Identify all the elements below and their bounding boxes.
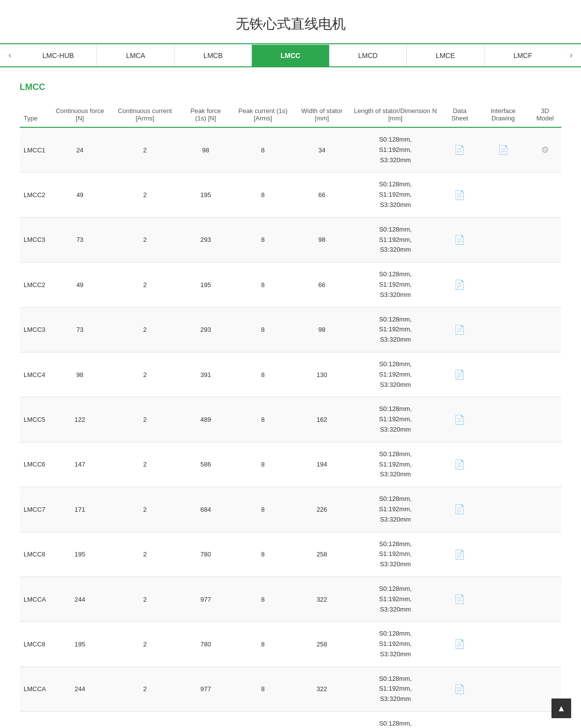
col-header-peak_current: Peak current (1s) [Arms] — [231, 102, 295, 127]
cell-peak-current: 8 — [231, 577, 295, 621]
cell-3d-model — [529, 442, 561, 487]
cell-length-stator: S0:128mm,S1:192mm,S3:320mm — [349, 487, 442, 532]
page-title: 无铁心式直线电机 — [0, 0, 581, 43]
cell-peak-force: 293 — [180, 307, 231, 352]
cell-data-sheet[interactable]: 📄 — [442, 397, 478, 442]
col-header-type: Type — [20, 102, 50, 127]
pdf-icon[interactable]: 📄 — [454, 145, 465, 155]
cell-3d-model — [529, 487, 561, 532]
pdf-icon[interactable]: 📄 — [454, 460, 465, 469]
cell-length-stator: S0:128mm,S1:192mm,S3:320mm — [349, 667, 442, 711]
col-header-cont_force: Continuous force [N] — [50, 102, 109, 127]
cell-peak-force: 391 — [180, 352, 231, 397]
cell-peak-current: 8 — [231, 622, 295, 667]
cell-interface-drawing[interactable]: 📄 — [478, 127, 529, 173]
table-row: LMCC3732293898S0:128mm,S1:192mm,S3:320mm… — [20, 307, 561, 352]
pdf-icon[interactable]: 📄 — [454, 639, 465, 649]
nav-tab-lmce[interactable]: LMCE — [407, 45, 484, 66]
cell-3d-model — [529, 577, 561, 621]
cell-data-sheet[interactable]: 📄 — [442, 127, 478, 173]
cell-3d-model[interactable]: ⚙ — [529, 127, 561, 173]
table-row: LMCC2492195866S0:128mm,S1:192mm,S3:320mm… — [20, 262, 561, 307]
cell-data-sheet[interactable]: 📄 — [442, 352, 478, 397]
pdf-icon[interactable]: 📄 — [454, 370, 465, 379]
cell-width-stator: 226 — [295, 487, 349, 532]
nav-tabs: LMC-HUBLMCALMCBLMCCLMCDLMCELMCF — [20, 45, 561, 66]
cell-data-sheet[interactable]: 📄 — [442, 487, 478, 532]
cell-interface-drawing — [478, 487, 529, 532]
col-header-interface: Interface Drawing — [478, 102, 529, 127]
cell-cont-force: 73 — [50, 217, 109, 262]
pdf-icon[interactable]: 📄 — [454, 594, 465, 604]
cell-length-stator: S0:128mm,S1:192mm,S3:320mm — [349, 173, 442, 217]
cell-cont-current: 2 — [110, 217, 181, 262]
cell-data-sheet[interactable]: 📄 — [442, 712, 478, 728]
back-to-top-button[interactable]: ▲ — [551, 699, 571, 718]
cell-data-sheet[interactable]: 📄 — [442, 532, 478, 577]
table-row: LMCC49823918130S0:128mm,S1:192mm,S3:320m… — [20, 352, 561, 397]
cell-length-stator: S0:128mm,S1:192mm,S3:320mm — [349, 622, 442, 667]
table-row: LMCC512224898162S0:128mm,S1:192mm,S3:320… — [20, 397, 561, 442]
cell-interface-drawing — [478, 622, 529, 667]
cell-cont-force: 73 — [50, 307, 109, 352]
cell-data-sheet[interactable]: 📄 — [442, 173, 478, 217]
nav-tab-lmca[interactable]: LMCA — [97, 45, 174, 66]
pdf-icon[interactable]: 📄 — [454, 325, 465, 335]
table-row: LMCC3732293898S0:128mm,S1:192mm,S3:320mm… — [20, 217, 561, 262]
cell-type: LMCC6 — [20, 442, 50, 487]
navigation-bar: ‹ LMC-HUBLMCALMCBLMCCLMCDLMCELMCF › — [0, 43, 581, 67]
cell-length-stator: S0:128mm,S1:192mm,S3:320mm — [349, 127, 442, 173]
pdf-icon[interactable]: 📄 — [454, 415, 465, 425]
table-row: LMCCC293211738386S0:128mm,S1:192mm,S3:32… — [20, 712, 561, 728]
cell-peak-force: 489 — [180, 397, 231, 442]
pdf-icon[interactable]: 📄 — [454, 504, 465, 514]
cell-cont-force: 49 — [50, 173, 109, 217]
nav-tab-lmcc[interactable]: LMCC — [252, 45, 329, 66]
cell-cont-force: 147 — [50, 442, 109, 487]
pdf-icon[interactable]: 📄 — [454, 190, 465, 200]
cell-interface-drawing — [478, 712, 529, 728]
cell-interface-drawing — [478, 307, 529, 352]
cell-data-sheet[interactable]: 📄 — [442, 622, 478, 667]
cell-interface-drawing — [478, 577, 529, 621]
interface-pdf-icon[interactable]: 📄 — [498, 145, 509, 155]
cell-data-sheet[interactable]: 📄 — [442, 667, 478, 711]
pdf-icon[interactable]: 📄 — [454, 280, 465, 290]
cell-type: LMCC3 — [20, 307, 50, 352]
col-header-cont_current: Continuous current [Arms] — [110, 102, 181, 127]
pdf-icon[interactable]: 📄 — [454, 235, 465, 245]
nav-tab-lmc-hub[interactable]: LMC-HUB — [20, 45, 97, 66]
cell-data-sheet[interactable]: 📄 — [442, 217, 478, 262]
pdf-icon[interactable]: 📄 — [454, 550, 465, 559]
nav-right-arrow[interactable]: › — [561, 44, 581, 66]
cell-type: LMCC5 — [20, 397, 50, 442]
cell-3d-model — [529, 397, 561, 442]
cell-cont-current: 2 — [110, 712, 181, 728]
cell-cont-current: 2 — [110, 622, 181, 667]
cell-data-sheet[interactable]: 📄 — [442, 262, 478, 307]
cell-3d-model — [529, 262, 561, 307]
cell-interface-drawing — [478, 532, 529, 577]
nav-tab-lmcd[interactable]: LMCD — [330, 45, 407, 66]
cell-data-sheet[interactable]: 📄 — [442, 442, 478, 487]
cell-type: LMCCA — [20, 667, 50, 711]
cell-data-sheet[interactable]: 📄 — [442, 307, 478, 352]
pdf-icon[interactable]: 📄 — [454, 684, 465, 694]
table-row: LMCC717126848226S0:128mm,S1:192mm,S3:320… — [20, 487, 561, 532]
table-row: LMCC124298834S0:128mm,S1:192mm,S3:320mm📄… — [20, 127, 561, 173]
cell-data-sheet[interactable]: 📄 — [442, 577, 478, 621]
col-header-peak_force: Peak force (1s) [N] — [180, 102, 231, 127]
model-3d-icon[interactable]: ⚙ — [541, 145, 549, 155]
col-header-data_sheet: Data Sheet — [442, 102, 478, 127]
cell-width-stator: 66 — [295, 262, 349, 307]
cell-peak-force: 780 — [180, 622, 231, 667]
cell-width-stator: 386 — [295, 712, 349, 728]
cell-cont-force: 98 — [50, 352, 109, 397]
cell-peak-current: 8 — [231, 127, 295, 173]
cell-width-stator: 258 — [295, 532, 349, 577]
cell-width-stator: 322 — [295, 667, 349, 711]
cell-type: LMCCC — [20, 712, 50, 728]
nav-tab-lmcb[interactable]: LMCB — [175, 45, 252, 66]
nav-tab-lmcf[interactable]: LMCF — [485, 45, 561, 66]
nav-left-arrow[interactable]: ‹ — [0, 44, 20, 66]
